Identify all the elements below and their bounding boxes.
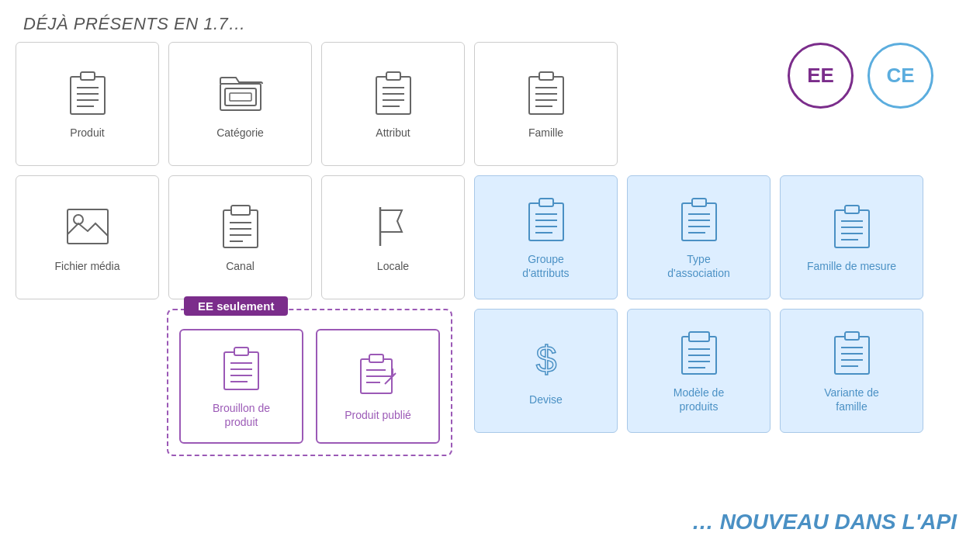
ee-section-wrapper: EE seulement Brouillon deproduit [167, 309, 452, 456]
svg-rect-43 [845, 206, 859, 213]
ee-section: EE seulement Brouillon deproduit [167, 309, 452, 456]
row-3: EE seulement Brouillon deproduit [16, 309, 964, 456]
card-locale-label: Locale [377, 259, 409, 273]
svg-rect-68 [845, 332, 859, 340]
card-produit-publie: Produit publié [316, 329, 440, 444]
card-attribut: Attribut [321, 42, 465, 166]
card-brouillon-label: Brouillon deproduit [213, 401, 270, 429]
badge-ce: CE [867, 43, 933, 109]
card-categorie: Catégorie [168, 42, 312, 166]
svg-rect-15 [529, 77, 563, 114]
svg-rect-49 [234, 348, 248, 355]
card-devise-label: Devise [529, 393, 563, 406]
nouveau-text: … NOUVEAU DANS L'API [692, 510, 957, 534]
card-modele-produits-label: Modèle deproduits [674, 386, 724, 413]
ee-badge: EE seulement [184, 296, 288, 316]
card-produit-publie-label: Produit publié [345, 408, 411, 422]
clipboard2-icon [369, 68, 418, 118]
card-attribut-label: Attribut [376, 126, 410, 140]
card-famille-mesure-label: Famille de mesure [807, 259, 896, 273]
badge-area: EE CE [788, 43, 933, 109]
card-canal: Canal [168, 175, 312, 299]
svg-rect-8 [230, 93, 251, 101]
card-fichier-media: Fichier média [16, 175, 159, 299]
clipboard-list-icon [216, 202, 265, 251]
dollar-icon: $ [521, 335, 571, 385]
card-famille-mesure: Famille de mesure [780, 175, 923, 299]
card-produit: Produit [16, 42, 159, 166]
svg-line-59 [385, 373, 396, 384]
clipboard-purple-icon [216, 344, 266, 393]
svg-rect-16 [539, 72, 553, 80]
svg-rect-1 [81, 72, 95, 80]
clipboard-blue1-icon [521, 195, 571, 244]
card-brouillon-produit: Brouillon deproduit [179, 329, 303, 444]
clipboard-blue4-icon [674, 328, 724, 378]
svg-rect-10 [386, 72, 400, 80]
svg-rect-37 [692, 199, 706, 206]
clipboard-blue5-icon [827, 328, 877, 378]
svg-rect-31 [539, 199, 553, 206]
svg-rect-48 [224, 352, 258, 389]
card-variante-famille: Variante defamille [780, 309, 923, 433]
card-type-association: Typed'association [627, 175, 770, 299]
card-devise: $ Devise [474, 309, 618, 433]
clipboard-blue2-icon [674, 195, 724, 244]
card-famille-label: Famille [528, 126, 563, 140]
badge-ce-label: CE [886, 64, 914, 88]
card-type-association-label: Typed'association [667, 252, 730, 280]
card-groupe-attributs-label: Grouped'attributs [522, 252, 569, 280]
badge-ee-label: EE [807, 64, 834, 88]
clipboard-blue3-icon [827, 202, 877, 251]
card-fichier-media-label: Fichier média [54, 259, 119, 273]
card-groupe-attributs: Grouped'attributs [474, 175, 618, 299]
row-2: Fichier média Canal [16, 175, 964, 299]
svg-text:$: $ [535, 339, 556, 380]
card-modele-produits: Modèle deproduits [627, 309, 770, 433]
page-title: DÉJÀ PRÉSENTS EN 1.7… [0, 0, 980, 42]
clipboard3-icon [521, 68, 571, 118]
svg-rect-24 [231, 206, 250, 215]
svg-rect-30 [529, 203, 563, 240]
card-categorie-label: Catégorie [216, 126, 264, 140]
svg-rect-21 [68, 209, 108, 244]
card-famille: Famille [474, 42, 618, 166]
flag-icon [369, 202, 418, 251]
svg-rect-42 [835, 210, 869, 247]
svg-rect-36 [682, 203, 716, 240]
clipboard-export-purple-icon [353, 351, 403, 400]
badge-ee: EE [788, 43, 854, 109]
folder-icon [216, 68, 265, 118]
card-locale: Locale [321, 175, 465, 299]
svg-rect-67 [835, 337, 869, 374]
svg-rect-0 [71, 77, 105, 114]
clipboard-icon [63, 68, 113, 118]
image-icon [63, 202, 113, 251]
card-canal-label: Canal [226, 259, 255, 273]
svg-rect-9 [376, 77, 410, 114]
svg-rect-62 [689, 332, 709, 341]
svg-rect-55 [369, 355, 383, 362]
card-produit-label: Produit [70, 126, 104, 140]
card-variante-famille-label: Variante defamille [824, 386, 879, 413]
